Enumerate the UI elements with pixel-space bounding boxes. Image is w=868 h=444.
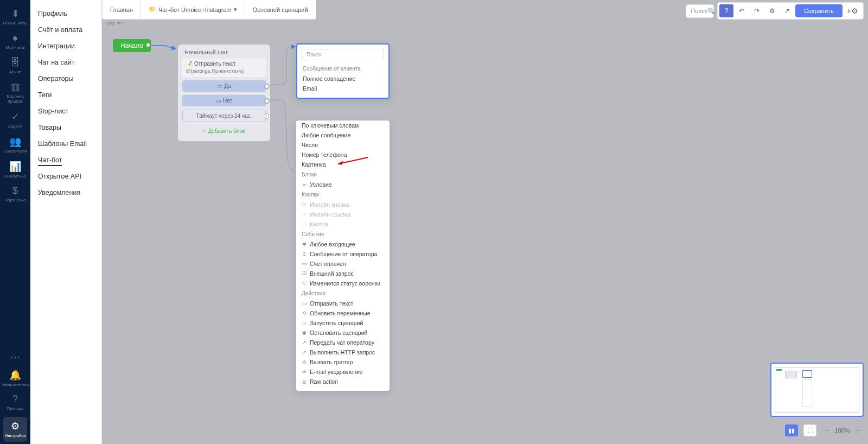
no-port[interactable] xyxy=(264,98,270,104)
dd-trigger[interactable]: ◎Вызвать триггер xyxy=(296,357,390,367)
yes-port[interactable] xyxy=(264,84,270,89)
sidebar-new-chats[interactable]: ⬇Новые чаты xyxy=(2,4,29,29)
timeout-port[interactable]: + xyxy=(264,113,269,119)
dd-number[interactable]: Число xyxy=(296,140,390,150)
dd-update-vars[interactable]: ⟲Обновить переменные xyxy=(296,308,390,318)
settings-notifications[interactable]: Уведомления xyxy=(30,185,101,201)
download-icon: ⬇ xyxy=(11,8,20,20)
dd-condition[interactable]: ⎄Условие xyxy=(296,180,390,189)
dd-funnel-status[interactable]: ▽Изменился статус воронки xyxy=(296,278,390,288)
dd-group-actions: Действия xyxy=(296,288,390,299)
dd-exact-match[interactable]: Полное совпадение xyxy=(297,74,388,84)
help-button[interactable]: ? xyxy=(719,4,733,17)
add-block-button[interactable]: + Добавить блок xyxy=(182,125,266,137)
no-button[interactable]: ▭Нет xyxy=(182,95,266,106)
dd-external-request[interactable]: ☑Внешний запрос xyxy=(296,269,390,278)
sidebar-help[interactable]: ?Помощь xyxy=(2,390,29,415)
dd-keywords[interactable]: По ключевым словам xyxy=(296,120,390,130)
zoom-level: 100% xyxy=(835,427,850,434)
zoom-out-button[interactable]: − xyxy=(822,426,831,435)
settings-billing[interactable]: Счёт и оплата xyxy=(30,22,101,38)
minimap[interactable] xyxy=(770,363,864,417)
dark-sidebar: ⬇Новые чаты ●Мои чаты 🗄Архив ▥Воронка пр… xyxy=(0,0,30,444)
text-icon: ▭ xyxy=(302,301,307,306)
raw-icon: ◎ xyxy=(302,379,307,384)
breadcrumb-scenario[interactable]: Основной сценарий xyxy=(245,0,316,19)
yes-button[interactable]: ▭Да xyxy=(182,80,266,92)
settings-email-templates[interactable]: Шаблоны Email xyxy=(30,136,101,152)
asterisk-icon: ✱ xyxy=(302,242,307,247)
sidebar-funnel[interactable]: ▥Воронка продаж xyxy=(2,78,29,107)
fit-screen-button[interactable]: ⛶ xyxy=(803,424,816,436)
dd-run-scenario[interactable]: ▷Запустить сценарий xyxy=(296,318,390,328)
bell-icon: 🔔 xyxy=(9,369,21,381)
dd-http-request[interactable]: ↗Выполнить HTTP запрос xyxy=(296,347,390,357)
settings-profile[interactable]: Профиль xyxy=(30,5,101,22)
chevron-down-icon: ▾ xyxy=(234,6,237,13)
button-icon: ▭ xyxy=(217,83,222,89)
timeout-button[interactable]: Таймаут через 24 час.+ xyxy=(182,110,266,122)
settings-tags[interactable]: Теги xyxy=(30,87,101,103)
flow-canvas[interactable]: Начало Начальный шаг 📝Отправить текст @{… xyxy=(102,20,868,444)
upload-icon: ↥ xyxy=(302,251,307,257)
dropdown-search[interactable]: Поиск xyxy=(302,49,384,60)
dollar-icon: $ xyxy=(12,185,18,196)
dd-send-text[interactable]: ▭Отправить текст xyxy=(296,299,390,308)
breadcrumb-home[interactable]: Главная xyxy=(103,0,141,19)
check-square-icon: ☑ xyxy=(302,271,307,276)
redo-button[interactable]: ↷ xyxy=(750,4,764,17)
dd-inline-link: ↗Инлайн ссылка xyxy=(296,210,390,219)
dd-email[interactable]: Email xyxy=(297,84,388,93)
sidebar-more[interactable]: ⋯ xyxy=(2,347,29,366)
check-icon: ✓ xyxy=(11,111,20,123)
sidebar-archive[interactable]: 🗄Архив xyxy=(2,54,29,78)
dd-invoice-paid[interactable]: ▭Счет оплачен xyxy=(296,259,390,269)
dd-email-notify[interactable]: ✉E-mail уведомление xyxy=(296,367,390,377)
settings-operators[interactable]: Операторы xyxy=(30,71,101,87)
step-send-text-block[interactable]: 📝Отправить текст @{settings.Приветствие} xyxy=(182,59,266,77)
help-icon: ? xyxy=(12,394,18,405)
sidebar-notifications[interactable]: 🔔Уведомления xyxy=(2,366,29,391)
dd-button: ▭Кнопка xyxy=(296,219,390,229)
sidebar-settings[interactable]: ⚙Настройки xyxy=(3,417,27,442)
sidebar-tasks[interactable]: ✓Задачи xyxy=(2,107,29,132)
message-icon: 📝 xyxy=(186,61,192,67)
settings-button[interactable]: ⚙ xyxy=(765,4,779,17)
svg-line-0 xyxy=(338,157,368,164)
chat-icon: ● xyxy=(12,33,18,44)
step-card[interactable]: Начальный шаг 📝Отправить текст @{setting… xyxy=(178,45,270,141)
breadcrumb-folder[interactable]: 📁Чат-бот Umnico+Instagram▾ xyxy=(141,0,245,19)
dd-inline-button: ⊞Инлайн кнопка xyxy=(296,200,390,210)
step-title: Начальный шаг xyxy=(182,49,266,55)
undo-button[interactable]: ↶ xyxy=(735,4,749,17)
settings-products[interactable]: Товары xyxy=(30,119,101,136)
sidebar-my-chats[interactable]: ●Мои чаты xyxy=(2,29,29,54)
funnel-status-icon: ▽ xyxy=(302,281,307,286)
dd-stop-scenario[interactable]: ◉Остановить сценарий xyxy=(296,328,390,338)
share-button[interactable]: ↗ xyxy=(780,4,794,17)
dd-any-incoming[interactable]: ✱Любое входящее xyxy=(296,239,390,249)
search-input[interactable]: Поиск🔍 xyxy=(686,4,714,18)
sidebar-analytics[interactable]: 📊Аналитика xyxy=(2,157,29,182)
zoom-in-button[interactable]: + xyxy=(853,426,863,435)
save-button[interactable]: Сохранить xyxy=(795,4,843,17)
settings-chat-widget[interactable]: Чат на сайт xyxy=(30,54,101,71)
dd-operator-message[interactable]: ↥Сообщение от оператора xyxy=(296,249,390,259)
settings-api[interactable]: Открытое API xyxy=(30,168,101,185)
settings-stoplist[interactable]: Stop-лист xyxy=(30,103,101,119)
dd-any-message[interactable]: Любое сообщение xyxy=(296,130,390,140)
more-options-button[interactable]: +⚙ xyxy=(844,7,861,15)
block-selector-dropdown-top: Поиск Сообщение от клиента Полное совпад… xyxy=(296,43,390,99)
dd-transfer-operator[interactable]: ↗Передать чат оператору xyxy=(296,338,390,347)
sidebar-visitors[interactable]: 👥Посетители xyxy=(2,132,29,157)
chart-icon: 📊 xyxy=(9,161,21,173)
dd-raw-action[interactable]: ◎Raw action xyxy=(296,377,390,386)
users-icon: 👥 xyxy=(9,136,21,148)
settings-integrations[interactable]: Интеграции xyxy=(30,38,101,54)
settings-chatbot[interactable]: Чат-бот xyxy=(30,152,101,168)
button-icon: ▭ xyxy=(216,98,221,104)
transfer-icon: ↗ xyxy=(302,340,307,345)
pause-button[interactable]: ▮▮ xyxy=(785,424,798,436)
sidebar-partner[interactable]: $Партнерка xyxy=(2,182,29,206)
start-port[interactable] xyxy=(145,42,151,48)
